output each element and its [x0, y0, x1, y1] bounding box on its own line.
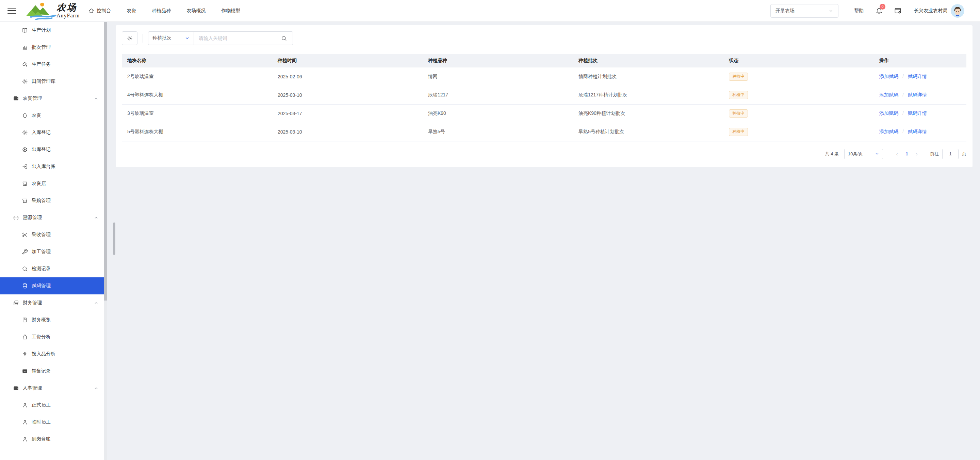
- logo: 农场 AnyFarm: [26, 2, 80, 21]
- scissors-icon: [22, 232, 28, 238]
- sidebar-item[interactable]: 农资店: [0, 175, 107, 192]
- book-icon: [22, 27, 28, 34]
- nav-item-farm-overview[interactable]: 农场概况: [186, 8, 205, 14]
- nav-item-label: 种植品种: [152, 8, 171, 14]
- sidebar-item-label: 财务概览: [32, 317, 51, 323]
- sidebar-item[interactable]: 出库登记: [0, 141, 107, 158]
- finance-icon: [13, 300, 19, 306]
- logo-subtitle: AnyFarm: [56, 13, 80, 18]
- next-page-button[interactable]: ›: [912, 149, 922, 159]
- import-icon: [22, 164, 28, 170]
- sidebar-item[interactable]: 采购管理: [0, 192, 107, 209]
- add-code-link[interactable]: 添加赋码: [879, 92, 898, 97]
- sidebar-item[interactable]: 批次管理: [0, 39, 107, 56]
- cell-plot-name: 4号塑料连栋大棚: [122, 86, 272, 104]
- sidebar: 生产计划 批次管理 生产任务 田间管理库 农资管理 农资 入库登记 出库登记 出…: [0, 22, 107, 460]
- user-name: 长兴农业农村局: [914, 8, 947, 14]
- sidebar-item-label: 加工管理: [32, 249, 51, 255]
- sidebar-item[interactable]: 生产计划: [0, 22, 107, 39]
- sidebar-item-label: 投入品分析: [32, 351, 56, 357]
- page-size-value: 10条/页: [848, 151, 863, 157]
- column-settings-button[interactable]: [122, 31, 137, 45]
- nav-item-label: 作物模型: [221, 8, 240, 14]
- sidebar-item[interactable]: 人事管理: [0, 380, 107, 397]
- sidebar-item[interactable]: 采收管理: [0, 226, 107, 243]
- sidebar-item[interactable]: 农资: [0, 107, 107, 124]
- sidebar-item[interactable]: 出入库台账: [0, 158, 107, 175]
- add-code-link[interactable]: 添加赋码: [879, 73, 898, 79]
- sidebar-item[interactable]: 田间管理库: [0, 73, 107, 90]
- sidebar-item[interactable]: 检测记录: [0, 260, 107, 277]
- sidebar-item[interactable]: 销售记录: [0, 363, 107, 380]
- goto-label: 前往: [930, 151, 939, 157]
- cell-actions: 添加赋码 / 赋码详情: [874, 67, 966, 86]
- sidebar-item-label: 正式员工: [32, 402, 51, 408]
- nav-item-dashboard[interactable]: 控制台: [89, 8, 111, 14]
- sidebar-item[interactable]: 工资分析: [0, 329, 107, 345]
- sidebar-item[interactable]: 生产任务: [0, 56, 107, 73]
- cell-plot-name: 5号塑料连栋大棚: [122, 123, 272, 141]
- sidebar-item[interactable]: 财务管理: [0, 294, 107, 311]
- search-input[interactable]: [194, 32, 275, 45]
- column-header-actions: 操作: [874, 54, 966, 67]
- notification-bell[interactable]: 0: [875, 7, 883, 14]
- code-detail-link[interactable]: 赋码详情: [908, 129, 927, 134]
- logo-title: 农场: [56, 3, 80, 12]
- sidebar-item[interactable]: 入库登记: [0, 124, 107, 141]
- top-navbar: 农场 AnyFarm 控制台 农资 种植品种 农场概况 作物模型 开垦农场 帮助: [0, 0, 980, 22]
- sidebar-item-label: 生产计划: [32, 27, 51, 34]
- table-row: 5号塑料连栋大棚 2025-03-10 早熟5号 早熟5号种植计划批次 种植中 …: [122, 123, 966, 141]
- chevron-down-icon: [875, 152, 879, 156]
- hamburger-menu-icon[interactable]: [8, 6, 16, 16]
- cell-plot-name: 3号玻璃温室: [122, 104, 272, 123]
- code-detail-link[interactable]: 赋码详情: [908, 110, 927, 116]
- chevron-up-icon: [94, 386, 98, 390]
- sidebar-item[interactable]: 溯源管理: [0, 209, 107, 226]
- cell-actions: 添加赋码 / 赋码详情: [874, 86, 966, 104]
- nav-item-crop-model[interactable]: 作物模型: [221, 8, 240, 14]
- workbench-settings-button[interactable]: [894, 7, 902, 14]
- help-link[interactable]: 帮助: [854, 8, 864, 14]
- sidebar-item-label: 出入库台账: [32, 164, 56, 170]
- cell-actions: 添加赋码 / 赋码详情: [874, 104, 966, 123]
- prev-page-button[interactable]: ‹: [892, 149, 902, 159]
- sidebar-item[interactable]: 加工管理: [0, 243, 107, 260]
- nav-item-label: 控制台: [97, 8, 111, 14]
- sidebar-item[interactable]: 赋码管理: [0, 277, 107, 294]
- sidebar-item-label: 人事管理: [23, 385, 42, 391]
- sidebar-scrollbar-thumb[interactable]: [104, 22, 107, 300]
- sidebar-item[interactable]: 农资管理: [0, 90, 107, 107]
- cell-variety: 油亮K90: [423, 104, 573, 123]
- sidebar-item[interactable]: 财务概览: [0, 311, 107, 329]
- goto-page-input[interactable]: [942, 149, 959, 159]
- add-code-link[interactable]: 添加赋码: [879, 129, 898, 134]
- nav-item-varieties[interactable]: 种植品种: [152, 8, 171, 14]
- sidebar-item[interactable]: 正式员工: [0, 397, 107, 414]
- search-button[interactable]: [275, 32, 293, 45]
- add-code-link[interactable]: 添加赋码: [879, 110, 898, 116]
- toolbar: 种植批次: [122, 31, 966, 45]
- page-size-dropdown[interactable]: 10条/页: [844, 149, 883, 159]
- sidebar-item-label: 工资分析: [32, 334, 51, 340]
- page-scrollbar-thumb[interactable]: [113, 222, 115, 255]
- chevron-up-icon: [94, 301, 98, 305]
- avatar[interactable]: [951, 4, 964, 18]
- panel-settings-icon: [894, 7, 902, 14]
- nav-item-agri-materials[interactable]: 农资: [127, 8, 136, 14]
- chevron-down-icon: [185, 36, 189, 40]
- farm-select-dropdown[interactable]: 开垦农场: [770, 4, 838, 18]
- code-detail-link[interactable]: 赋码详情: [908, 73, 927, 79]
- sidebar-item[interactable]: 到岗台账: [0, 431, 107, 448]
- sidebar-item[interactable]: 投入品分析: [0, 345, 107, 363]
- page-number-1[interactable]: 1: [902, 151, 912, 157]
- farm-select-value: 开垦农场: [775, 8, 795, 14]
- cell-plot-name: 2号玻璃温室: [122, 67, 272, 86]
- filter-select-dropdown[interactable]: 种植批次: [148, 32, 194, 45]
- code-detail-link[interactable]: 赋码详情: [908, 92, 927, 97]
- cell-status: 种植中: [724, 104, 874, 123]
- table-row: 4号塑料连栋大棚 2025-03-10 欣瑞1217 欣瑞1217种植计划批次 …: [122, 86, 966, 104]
- cell-actions: 添加赋码 / 赋码详情: [874, 123, 966, 141]
- sidebar-item[interactable]: 临时员工: [0, 414, 107, 431]
- tag-icon: [22, 61, 28, 67]
- cell-planting-date: 2025-03-17: [272, 104, 423, 123]
